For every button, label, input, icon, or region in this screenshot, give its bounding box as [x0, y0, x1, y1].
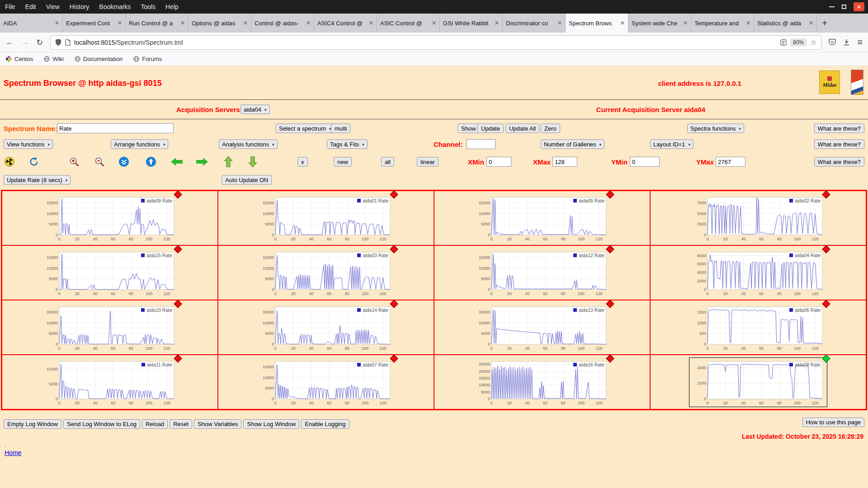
arrow-down-icon[interactable] [249, 156, 257, 167]
tab-close-icon[interactable]: ✕ [495, 20, 499, 26]
tab-discriminator-co[interactable]: Discriminator co✕ [503, 14, 566, 33]
show-variables-button[interactable]: Show Variables [194, 419, 241, 429]
zero-button[interactable]: Zero [541, 124, 560, 133]
send-log-elog-button[interactable]: Send Log Window to ELog [63, 419, 140, 429]
reload-button[interactable]: Reload [142, 419, 168, 429]
midas-logo[interactable]: Midas [819, 70, 840, 94]
tab-close-icon[interactable]: ✕ [369, 20, 373, 26]
menu-help[interactable]: Help [160, 0, 184, 14]
tab-asic-control[interactable]: ASIC Control @✕ [377, 14, 440, 33]
update-rate-dropdown[interactable]: Update Rate (8 secs)▾ [4, 175, 71, 185]
xmin-input[interactable] [486, 157, 511, 167]
layout-id-dropdown[interactable]: Layout ID=1▾ [650, 140, 693, 149]
tab-experiment-cont[interactable]: Experiment Cont✕ [63, 14, 126, 33]
radiation-icon[interactable] [5, 157, 14, 167]
tab-close-icon[interactable]: ✕ [55, 20, 59, 26]
analysis-functions-dropdown[interactable]: Analysis functions▾ [219, 140, 278, 149]
spectrum-cell-aida05[interactable]: 020406080100120050001000015000aida05 Rat… [434, 191, 650, 245]
tab-statistics-aida[interactable]: Statistics @ aida✕ [754, 14, 817, 33]
spectrum-cell-aida12[interactable]: 020406080100120050001000015000aida12 Rat… [434, 245, 650, 300]
zoom-in-icon[interactable] [69, 156, 80, 167]
what-are-these-button[interactable]: What are these? [814, 140, 864, 149]
number-of-galleries-dropdown[interactable]: Number of Galleries▾ [541, 140, 604, 149]
back-icon[interactable]: ← [5, 38, 14, 47]
spectrum-name-input[interactable] [57, 123, 174, 133]
tab-close-icon[interactable]: ✕ [243, 20, 248, 26]
tab-gsi-white-rabbit[interactable]: GSI White Rabbit✕ [440, 14, 503, 33]
site-info-icon[interactable] [65, 39, 71, 46]
update-button[interactable]: Update [477, 124, 504, 133]
spectrum-cell-aida13[interactable]: 020406080100120050001000015000aida13 Rat… [434, 300, 650, 355]
arrow-right-icon[interactable] [196, 158, 208, 166]
bookmark-wiki[interactable]: Wiki [44, 56, 64, 62]
menu-edit[interactable]: Edit [20, 0, 41, 14]
multi-button[interactable]: multi [331, 124, 350, 133]
gsi-logo[interactable] [851, 70, 863, 95]
tab-aida[interactable]: AIDA✕ [0, 14, 63, 33]
tab-close-icon[interactable]: ✕ [557, 20, 562, 26]
minimize-icon[interactable] [829, 6, 835, 7]
arrow-up-icon[interactable] [224, 156, 232, 167]
bookmark-forums[interactable]: Forums [133, 56, 162, 62]
empty-log-button[interactable]: Empty Log Window [4, 419, 61, 429]
spectrum-cell-aida06[interactable]: 020406080100120050010001500aida06 Rate [650, 300, 866, 355]
update-all-button[interactable]: Update All [505, 124, 539, 133]
spectrum-cell-aida14[interactable]: 020406080100120050001000015000aida14 Rat… [218, 300, 434, 355]
spectrum-cell-aida04[interactable]: 02040608010012002000400060008000aida04 R… [650, 245, 866, 300]
spectrum-cell-aida07[interactable]: 020406080100120050001000015000aida07 Rat… [218, 355, 434, 409]
hamburger-menu-icon[interactable]: ≡ [857, 37, 863, 47]
arrow-left-icon[interactable] [171, 158, 183, 166]
maximize-icon[interactable] [842, 5, 846, 9]
pocket-icon[interactable] [829, 39, 836, 46]
reset-button[interactable]: Reset [170, 419, 192, 429]
home-link[interactable]: Home [5, 449, 21, 456]
tab-spectrum-brows[interactable]: Spectrum Brows✕ [566, 14, 628, 33]
spectrum-cell-aida10[interactable]: 020406080100120050001000015000aida10 Rat… [2, 300, 218, 355]
new-tab-button[interactable]: + [817, 14, 832, 33]
reload-icon[interactable]: ↻ [36, 38, 43, 47]
tab-close-icon[interactable]: ✕ [306, 20, 311, 26]
menu-tools[interactable]: Tools [136, 0, 160, 14]
bookmark-star-icon[interactable]: ☆ [810, 38, 816, 47]
reader-mode-icon[interactable] [780, 39, 787, 46]
tab-system-wide-che[interactable]: System wide Che✕ [628, 14, 691, 33]
menu-view[interactable]: View [41, 0, 65, 14]
spectrum-cell-aida11[interactable]: 0204060801001200500010000aida11 Rate [2, 355, 218, 409]
tab-run-control-a[interactable]: Run Control @ a✕ [126, 14, 189, 33]
channel-input[interactable] [467, 139, 495, 149]
expand-vertical-icon[interactable] [146, 156, 156, 167]
spectrum-cell-aida01[interactable]: 020406080100120050001000015000aida01 Rat… [218, 191, 434, 245]
spectrum-cell-aida09[interactable]: 020406080100120050001000015000aida09 Rat… [2, 191, 218, 245]
download-icon[interactable] [843, 39, 850, 46]
compress-vertical-icon[interactable] [118, 156, 129, 167]
select-spectrum-dropdown[interactable]: Select a spectrum▾ [276, 124, 335, 133]
refresh-icon[interactable] [29, 157, 39, 167]
tab-close-icon[interactable]: ✕ [620, 20, 625, 26]
tab-close-icon[interactable]: ✕ [180, 20, 185, 26]
bookmark-centos[interactable]: Centos [6, 56, 33, 62]
spectrum-cell-aida16[interactable]: 0204060801001200500010000150002000025000… [434, 355, 650, 409]
what-are-these-button[interactable]: What are these? [814, 124, 864, 133]
auto-update-button[interactable]: Auto Update ON [222, 175, 272, 185]
tab-close-icon[interactable]: ✕ [809, 20, 813, 26]
arrange-functions-dropdown[interactable]: Arrange functions▾ [111, 140, 168, 149]
ymax-input[interactable] [716, 157, 745, 167]
all-button[interactable]: all [381, 157, 394, 167]
forward-icon[interactable]: → [21, 38, 29, 47]
spectra-functions-dropdown[interactable]: Spectra functions▾ [687, 124, 744, 133]
tab-close-icon[interactable]: ✕ [746, 20, 750, 26]
close-icon[interactable]: ✕ [854, 2, 864, 11]
what-are-these-button[interactable]: What are these? [814, 157, 864, 167]
zoom-out-icon[interactable] [94, 156, 105, 167]
x-button[interactable]: x [297, 157, 308, 167]
tab-asic4-control[interactable]: ASIC4 Control @✕ [314, 14, 377, 33]
show-log-window-button[interactable]: Show Log Window [243, 419, 299, 429]
url-bar[interactable]: localhost:8015/Spectrum/Spectrum.tml 80%… [50, 35, 821, 50]
tab-close-icon[interactable]: ✕ [118, 20, 122, 26]
acquisition-server-select[interactable]: aida04▾ [241, 105, 270, 114]
how-to-use-button[interactable]: How to use this page [802, 418, 864, 427]
spectrum-cell-aida08[interactable]: 020406080100120010002000aida08 Rate [650, 355, 866, 409]
xmax-input[interactable] [552, 157, 577, 167]
tab-options-aidas[interactable]: Options @ aidas✕ [189, 14, 251, 33]
spectrum-cell-aida03[interactable]: 020406080100120050001000015000aida03 Rat… [218, 245, 434, 300]
